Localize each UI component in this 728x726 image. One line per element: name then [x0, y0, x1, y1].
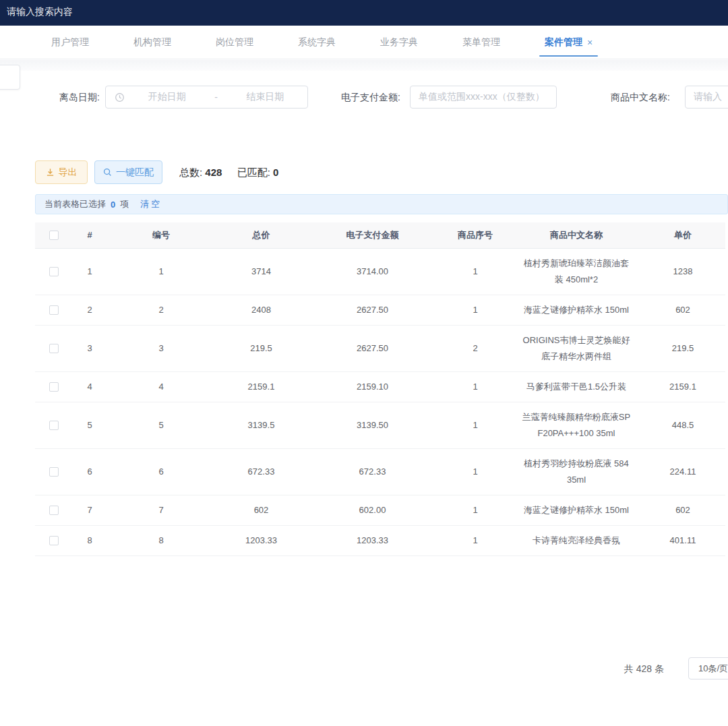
date-start-placeholder[interactable]: 开始日期: [125, 91, 210, 103]
one-click-match-button[interactable]: 一键匹配: [94, 160, 162, 184]
cell-unit: 1238: [640, 248, 725, 295]
clear-selection-link[interactable]: 清空: [140, 198, 162, 210]
cell-index: 8: [73, 525, 107, 555]
row-checkbox[interactable]: [49, 421, 59, 430]
product-name-input[interactable]: 请输入: [685, 86, 728, 109]
tab-label: 岗位管理: [216, 36, 253, 49]
cell-name: ORIGINS韦博士灵芝焕能好底子精华水两件组: [512, 325, 640, 371]
cell-index: 4: [73, 371, 107, 402]
row-select-cell: [35, 495, 73, 525]
tab-label: 机构管理: [133, 36, 171, 49]
cell-epay: 2627.50: [307, 325, 438, 371]
tab-3[interactable]: 岗位管理: [204, 26, 266, 59]
toolbar: 导出 一键匹配 总数: 428 已匹配: 0: [0, 160, 728, 185]
table-row: 2224082627.501海蓝之谜修护精萃水 150ml602: [35, 295, 725, 325]
date-range-separator: -: [210, 92, 223, 102]
date-filter-label: 离岛日期:: [59, 86, 100, 109]
column-header: 总价: [216, 222, 307, 248]
table-row: 442159.12159.101马爹利蓝带干邑1.5公升装2159.1: [35, 371, 725, 402]
row-checkbox[interactable]: [49, 536, 59, 545]
match-stats: 总数: 428 已匹配: 0: [179, 160, 278, 184]
one-click-match-label: 一键匹配: [116, 167, 154, 179]
cell-seq: 1: [438, 495, 512, 525]
date-range-input[interactable]: 开始日期 - 结束日期: [105, 86, 308, 109]
table-row: 881203.331203.331卡诗菁纯亮泽经典香氛401.11: [35, 525, 725, 555]
row-checkbox[interactable]: [49, 382, 59, 392]
cell-unit: 219.5: [640, 325, 725, 371]
tab-6[interactable]: 菜单管理: [450, 26, 512, 59]
row-checkbox[interactable]: [49, 305, 59, 315]
cell-code: 4: [107, 371, 216, 402]
cell-code: 5: [107, 402, 216, 448]
row-checkbox[interactable]: [49, 467, 59, 477]
header-select-all-cell: [35, 222, 73, 248]
product-name-label: 商品中文名称:: [611, 86, 670, 109]
cell-code: 2: [107, 295, 216, 325]
tab-7[interactable]: 案件管理×: [533, 26, 605, 59]
cell-name: 卡诗菁纯亮泽经典香氛: [512, 525, 640, 555]
cell-index: 5: [73, 402, 107, 448]
tab-label: 系统字典: [298, 36, 336, 49]
cell-total: 2408: [216, 295, 307, 325]
cell-seq: 1: [438, 402, 512, 448]
cell-code: 3: [107, 325, 216, 371]
cell-total: 1203.33: [216, 525, 307, 555]
tab-2[interactable]: 机构管理: [121, 26, 183, 59]
cell-seq: 1: [438, 295, 512, 325]
table-row: 33219.52627.502ORIGINS韦博士灵芝焕能好底子精华水两件组21…: [35, 325, 725, 371]
selection-count: 0: [109, 200, 117, 210]
tab-4[interactable]: 系统字典: [286, 26, 348, 59]
select-all-checkbox[interactable]: [49, 231, 59, 240]
table-row: 66672.33672.331植村秀羽纱持妆粉底液 584 35ml224.11: [35, 448, 725, 495]
tab-label: 业务字典: [380, 36, 418, 49]
row-select-cell: [35, 295, 73, 325]
epay-amount-input[interactable]: 单值或范围xxx-xxx（仅整数）: [410, 86, 557, 109]
cell-epay: 2159.10: [307, 371, 438, 402]
cell-code: 6: [107, 448, 216, 495]
row-select-cell: [35, 248, 73, 295]
table-row: 553139.53139.501兰蔻菁纯臻颜精华粉底液SPF20PA+++100…: [35, 402, 725, 448]
cell-seq: 1: [438, 371, 512, 402]
cell-name: 植村秀新琥珀臻萃洁颜油套装 450ml*2: [512, 248, 640, 295]
cell-total: 602: [216, 495, 307, 525]
tab-close-icon[interactable]: ×: [587, 37, 593, 48]
selection-info-bar: 当前表格已选择 0 项 清空: [35, 194, 728, 214]
cell-epay: 3714.00: [307, 248, 438, 295]
cell-index: 6: [73, 448, 107, 495]
product-name-placeholder: 请输入: [694, 91, 722, 103]
cell-index: 1: [73, 248, 107, 295]
cell-code: 8: [107, 525, 216, 555]
cell-unit: 224.11: [640, 448, 725, 495]
app-window: 用户管理机构管理岗位管理系统字典业务字典菜单管理案件管理× 离岛日期: 开始日期…: [0, 0, 728, 726]
export-button[interactable]: 导出: [35, 160, 88, 184]
cell-name: 兰蔻菁纯臻颜精华粉底液SPF20PA+++100 35ml: [512, 402, 640, 448]
data-table: #编号总价电子支付金额商品序号商品中文名称单价 1137143714.001植村…: [35, 222, 725, 556]
cell-seq: 1: [438, 525, 512, 555]
search-icon: [103, 168, 112, 177]
cell-index: 7: [73, 495, 107, 525]
row-checkbox[interactable]: [49, 506, 59, 515]
epay-amount-placeholder: 单值或范围xxx-xxx（仅整数）: [419, 91, 545, 103]
row-select-cell: [35, 371, 73, 402]
cell-epay: 1203.33: [307, 525, 438, 555]
top-navbar: [0, 0, 728, 26]
date-end-placeholder[interactable]: 结束日期: [223, 91, 308, 103]
cell-total: 3139.5: [216, 402, 307, 448]
matched-label: 已匹配:: [237, 167, 270, 178]
row-checkbox[interactable]: [49, 344, 59, 353]
tab-1[interactable]: 用户管理: [39, 26, 101, 59]
cell-name: 海蓝之谜修护精萃水 150ml: [512, 295, 640, 325]
pagination-total: 共 428 条: [624, 658, 664, 679]
table-header-row: #编号总价电子支付金额商品序号商品中文名称单价: [35, 222, 725, 248]
tab-5[interactable]: 业务字典: [368, 26, 430, 59]
global-search-input[interactable]: [7, 6, 182, 17]
row-select-cell: [35, 325, 73, 371]
cell-unit: 602: [640, 295, 725, 325]
row-checkbox[interactable]: [49, 267, 59, 276]
cell-name: 植村秀羽纱持妆粉底液 584 35ml: [512, 448, 640, 495]
cell-unit: 602: [640, 495, 725, 525]
cell-seq: 2: [438, 325, 512, 371]
table-body: 1137143714.001植村秀新琥珀臻萃洁颜油套装 450ml*212382…: [35, 248, 725, 555]
table-row: 1137143714.001植村秀新琥珀臻萃洁颜油套装 450ml*21238: [35, 248, 725, 295]
page-size-select[interactable]: 10条/页: [688, 657, 728, 679]
